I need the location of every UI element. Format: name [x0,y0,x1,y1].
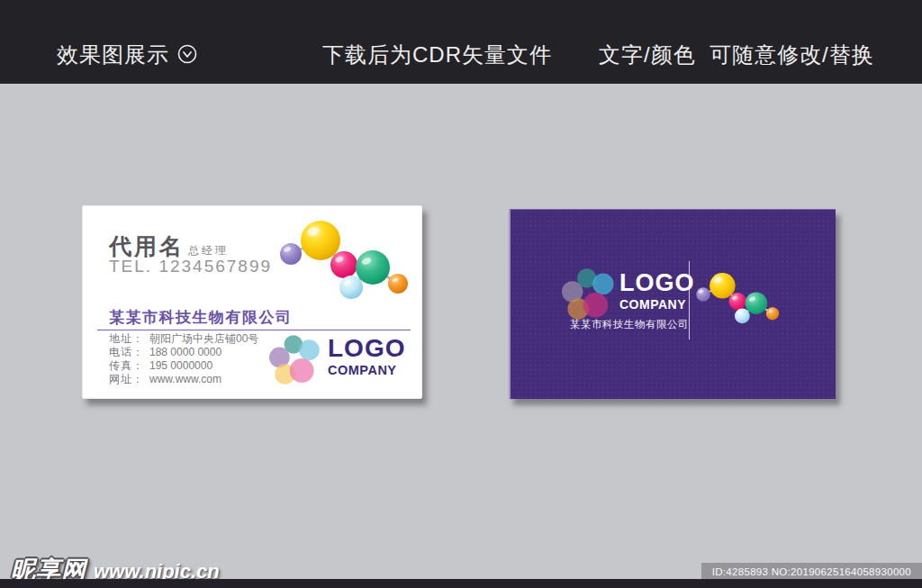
person-name: 代用名 [109,233,185,258]
bubble-logo-icon [562,265,619,322]
logo-line2: COMPANY [328,364,405,377]
top-banner: 效果图展示 下载后为CDR矢量文件 文字/颜色 可随意修改/替换 [0,0,922,84]
molecule-graphic [693,269,792,328]
logo-wordmark: LOGO COMPANY [328,336,405,377]
chevron-down-circle-icon[interactable] [177,44,197,64]
vertical-divider [689,261,690,339]
logo-wordmark: LOGO COMPANY [619,271,695,311]
divider-line [97,330,411,330]
contact-row-fax: 传真：195 0000000 [109,359,258,373]
company-name: 某某市科技生物有限公司 [570,318,689,331]
banner-right-label: 文字/颜色 可随意修改/替换 [599,42,874,68]
logo-line1: LOGO [619,271,695,295]
banner-left-label: 效果图展示 [57,42,169,68]
contact-row-phone: 电话：188 0000 0000 [109,346,258,359]
contact-row-website: 网址：www.www.com [109,373,258,386]
contact-list: 地址：朝阳广场中央店铺00号 电话：188 0000 0000 传真：195 0… [109,332,258,386]
company-name: 某某市科技生物有限公司 [109,307,293,328]
bottom-bar [0,579,922,588]
business-card-front: 代用名总经理 TEL. 1234567899 某某市科技生物有限公司 地址：朝阳… [82,205,422,399]
contact-row-address: 地址：朝阳广场中央店铺00号 [109,332,258,346]
logo-line1: LOGO [328,336,405,361]
banner-center-label: 下载后为CDR矢量文件 [322,42,552,68]
screenshot-root: 效果图展示 下载后为CDR矢量文件 文字/颜色 可随意修改/替换 代用名总经理 … [0,0,922,588]
molecule-graphic [276,215,429,305]
phone-number: TEL. 1234567899 [109,257,272,276]
business-card-back: LOGO COMPANY 某某市科技生物有限公司 [509,209,836,399]
logo-line2: COMPANY [619,298,695,311]
bubble-logo-icon [269,331,325,387]
person-title: 总经理 [188,244,229,257]
